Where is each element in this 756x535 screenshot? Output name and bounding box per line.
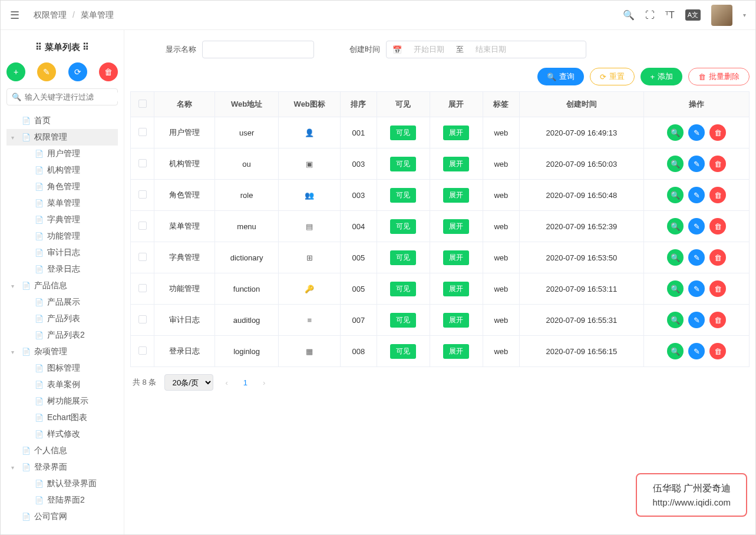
- edit-button[interactable]: ✎: [37, 62, 56, 81]
- edit-button[interactable]: ✎: [688, 187, 705, 203]
- tree-item[interactable]: 📄字典管理: [6, 212, 118, 228]
- fullscreen-icon[interactable]: ⛶: [645, 10, 655, 21]
- tree-item[interactable]: ▾📄登录界面: [6, 459, 118, 475]
- cell-order: 004: [341, 211, 377, 242]
- edit-button[interactable]: ✎: [688, 124, 705, 141]
- edit-button[interactable]: ✎: [688, 218, 705, 235]
- batch-delete-button[interactable]: 🗑批量删除: [688, 68, 750, 85]
- sidebar-search-input[interactable]: [25, 93, 124, 101]
- tree-item[interactable]: 📄用户管理: [6, 146, 118, 162]
- cell-url: loginlog: [214, 336, 279, 367]
- prev-page-button[interactable]: ‹: [222, 378, 231, 387]
- add-button[interactable]: +添加: [641, 68, 682, 85]
- page-icon: 📄: [35, 249, 44, 257]
- tree-item[interactable]: 📄功能管理: [6, 228, 118, 245]
- search-icon[interactable]: 🔍: [623, 9, 635, 21]
- next-page-button[interactable]: ›: [259, 378, 269, 387]
- cell-icon: ▤: [279, 211, 341, 242]
- tree-item[interactable]: ▾📄杂项管理: [6, 344, 118, 360]
- delete-button[interactable]: 🗑: [709, 218, 726, 235]
- translate-icon[interactable]: A文: [685, 9, 701, 21]
- breadcrumb-item[interactable]: 权限管理: [34, 10, 67, 19]
- row-checkbox[interactable]: [138, 190, 147, 199]
- tree-item[interactable]: 📄表单案例: [6, 377, 118, 393]
- tree-item[interactable]: 📄产品列表: [6, 311, 118, 327]
- tree-item[interactable]: 📄登陆界面2: [6, 492, 118, 508]
- tree-item[interactable]: 📄登录日志: [6, 261, 118, 278]
- column-header: 名称: [154, 92, 215, 117]
- row-checkbox[interactable]: [138, 253, 147, 261]
- add-button[interactable]: +: [6, 62, 25, 81]
- delete-button[interactable]: 🗑: [709, 124, 726, 141]
- delete-button[interactable]: 🗑: [709, 156, 726, 172]
- cell-tag: web: [483, 336, 520, 367]
- delete-button[interactable]: 🗑: [709, 343, 726, 359]
- avatar[interactable]: [711, 5, 732, 26]
- menu-toggle-icon[interactable]: ☰: [10, 9, 19, 22]
- tree-item[interactable]: 📄角色管理: [6, 179, 118, 195]
- query-button[interactable]: 🔍查询: [537, 68, 584, 85]
- reset-button[interactable]: ⟳重置: [590, 68, 635, 85]
- tree-item-label: 登录日志: [47, 264, 80, 275]
- row-checkbox[interactable]: [138, 284, 147, 292]
- tree-item[interactable]: 📄图标管理: [6, 360, 118, 377]
- tree-item[interactable]: 📄公司官网: [6, 508, 118, 525]
- edit-button[interactable]: ✎: [688, 156, 705, 172]
- view-button[interactable]: 🔍: [667, 156, 684, 172]
- tree-item-label: 权限管理: [34, 132, 67, 143]
- cell-time: 2020-07-09 16:53:50: [519, 242, 643, 273]
- breadcrumb-item[interactable]: 菜单管理: [81, 10, 114, 19]
- tree-caret-icon: ▾: [11, 134, 18, 141]
- filter-time-label: 创建时间: [349, 44, 380, 55]
- tree-item[interactable]: 📄Echart图表: [6, 409, 118, 426]
- view-button[interactable]: 🔍: [667, 280, 684, 297]
- date-range-picker[interactable]: 📅 开始日期 至 结束日期: [386, 41, 586, 58]
- view-button[interactable]: 🔍: [667, 343, 684, 359]
- view-button[interactable]: 🔍: [667, 312, 684, 328]
- tree-item[interactable]: 📄样式修改: [6, 426, 118, 442]
- tree-item[interactable]: 📄菜单管理: [6, 195, 118, 212]
- view-button[interactable]: 🔍: [667, 124, 684, 141]
- delete-button[interactable]: 🗑: [709, 249, 726, 266]
- view-button[interactable]: 🔍: [667, 249, 684, 266]
- refresh-button[interactable]: ⟳: [68, 62, 87, 81]
- page-number[interactable]: 1: [240, 378, 251, 387]
- trash-icon: 🗑: [698, 72, 706, 81]
- page-size-select[interactable]: 20条/页: [164, 374, 213, 391]
- view-button[interactable]: 🔍: [667, 187, 684, 203]
- delete-button[interactable]: 🗑: [709, 280, 726, 297]
- select-all-checkbox[interactable]: [138, 100, 147, 108]
- tree-item[interactable]: 📄产品展示: [6, 294, 118, 311]
- view-button[interactable]: 🔍: [667, 218, 684, 235]
- row-checkbox[interactable]: [138, 159, 147, 167]
- chevron-down-icon[interactable]: ▾: [743, 12, 746, 18]
- tree-item[interactable]: ▾📄产品信息: [6, 278, 118, 294]
- filter-name-input[interactable]: [202, 41, 314, 58]
- row-checkbox[interactable]: [138, 315, 147, 323]
- edit-button[interactable]: ✎: [688, 312, 705, 328]
- row-checkbox[interactable]: [138, 128, 147, 136]
- cell-order: 007: [341, 305, 377, 336]
- breadcrumb: 权限管理 / 菜单管理: [34, 10, 114, 21]
- tree-item[interactable]: 📄树功能展示: [6, 393, 118, 409]
- row-checkbox[interactable]: [138, 222, 147, 230]
- tree-item[interactable]: 📄审计日志: [6, 245, 118, 261]
- column-header: [131, 92, 154, 117]
- visible-tag: 可见: [390, 126, 416, 140]
- tree-item[interactable]: 📄个人信息: [6, 442, 118, 459]
- sidebar-search[interactable]: 🔍: [6, 88, 118, 105]
- edit-button[interactable]: ✎: [688, 249, 705, 266]
- tree-item[interactable]: 📄默认登录界面: [6, 475, 118, 492]
- row-checkbox[interactable]: [138, 346, 147, 355]
- delete-button[interactable]: 🗑: [709, 187, 726, 203]
- tree-item[interactable]: 📄机构管理: [6, 162, 118, 179]
- tree-item[interactable]: ▾📄权限管理: [6, 129, 118, 146]
- delete-button[interactable]: 🗑: [709, 312, 726, 328]
- tree-item[interactable]: 📄产品列表2: [6, 327, 118, 344]
- delete-button[interactable]: 🗑: [99, 62, 118, 81]
- font-size-icon[interactable]: ᵀT: [665, 9, 675, 21]
- edit-button[interactable]: ✎: [688, 280, 705, 297]
- pagination-total: 共 8 条: [133, 377, 156, 388]
- tree-item[interactable]: 📄首页: [6, 113, 118, 129]
- edit-button[interactable]: ✎: [688, 343, 705, 359]
